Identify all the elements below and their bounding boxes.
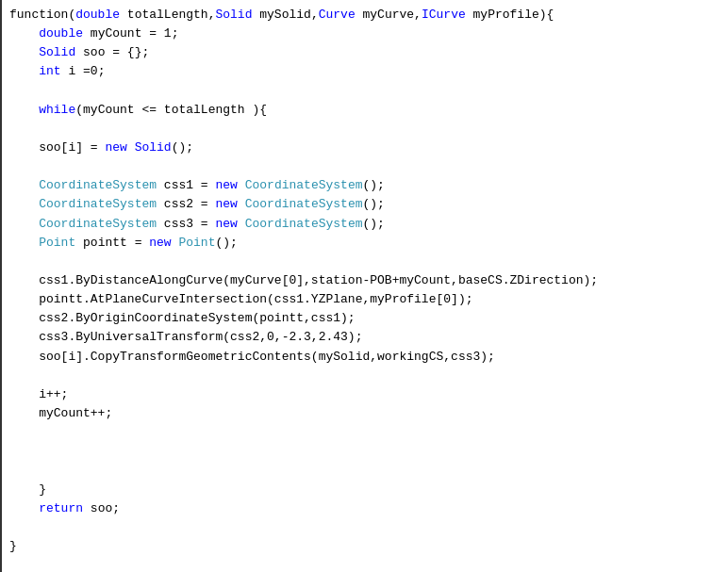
code-token: new	[105, 140, 126, 155]
code-line: i++;	[2, 385, 728, 404]
code-token	[9, 45, 39, 59]
code-token: (myCount <= totalLength ){	[75, 103, 267, 117]
code-token: ();	[363, 178, 385, 192]
code-token: CoordinateSystem	[39, 217, 157, 231]
code-token	[238, 178, 245, 192]
code-token: new	[149, 236, 171, 250]
code-line	[2, 82, 728, 101]
code-line	[2, 120, 728, 139]
code-token: }	[9, 539, 17, 553]
code-token: Solid	[135, 140, 172, 155]
code-line	[2, 461, 728, 480]
code-token: while	[39, 103, 75, 117]
code-token	[9, 26, 39, 41]
code-line: css2.ByOriginCoordinateSystem(pointt,css…	[2, 309, 728, 328]
code-line	[2, 157, 728, 176]
code-token: double	[75, 8, 120, 22]
code-token: CoordinateSystem	[245, 178, 363, 192]
code-line	[2, 518, 728, 537]
code-line: }	[2, 481, 728, 499]
code-line: CoordinateSystem css3 = new CoordinateSy…	[2, 215, 728, 234]
code-token: ();	[215, 236, 237, 250]
code-line	[2, 367, 728, 385]
code-token: css3 =	[157, 217, 215, 231]
code-token: css2.ByOriginCoordinateSystem(pointt,css…	[9, 311, 356, 325]
code-line: css3.ByUniversalTransform(css2,0,-2.3,2.…	[2, 328, 728, 347]
code-token: i =0;	[61, 64, 106, 78]
code-token: }	[9, 482, 46, 497]
code-token: ();	[172, 140, 193, 155]
code-editor: function(double totalLength,Solid mySoli…	[0, 0, 728, 572]
code-token: soo = {};	[75, 45, 149, 59]
code-line: CoordinateSystem css2 = new CoordinateSy…	[2, 195, 728, 214]
code-token: myCurve,	[356, 8, 422, 22]
code-line: soo[i].CopyTransformGeometricContents(my…	[2, 348, 728, 367]
code-token	[9, 64, 39, 78]
code-token: CoordinateSystem	[245, 217, 363, 231]
code-token: double	[39, 26, 83, 41]
code-token: css3.ByUniversalTransform(css2,0,-2.3,2.…	[9, 330, 362, 344]
code-line: double myCount = 1;	[2, 25, 728, 43]
code-token: Curve	[319, 8, 356, 22]
code-line: }	[2, 537, 728, 556]
code-token: myCount++;	[9, 406, 112, 420]
code-line: return soo;	[2, 499, 728, 518]
code-token: pointt =	[75, 236, 149, 250]
code-token	[9, 501, 39, 515]
code-token: css2 =	[157, 197, 215, 211]
code-line	[2, 253, 728, 271]
code-token	[9, 178, 39, 192]
code-token: soo;	[83, 501, 120, 515]
code-token	[9, 217, 39, 231]
code-token: soo[i] =	[9, 140, 105, 155]
code-token: new	[215, 178, 237, 192]
code-line	[2, 442, 728, 461]
code-line: int i =0;	[2, 62, 728, 81]
code-token: pointt.AtPlaneCurveIntersection(css1.YZP…	[9, 292, 472, 306]
code-token: ();	[363, 197, 385, 211]
code-token: Solid	[39, 45, 75, 59]
code-token: new	[215, 217, 237, 231]
code-token: css1 =	[157, 178, 215, 192]
code-token: CoordinateSystem	[245, 197, 363, 211]
code-token: Point	[39, 236, 75, 250]
code-line: css1.ByDistanceAlongCurve(myCurve[0],sta…	[2, 271, 728, 290]
code-token	[9, 197, 39, 211]
code-token	[238, 217, 245, 231]
code-line	[2, 423, 728, 442]
code-token: new	[215, 197, 237, 211]
code-line: pointt.AtPlaneCurveIntersection(css1.YZP…	[2, 290, 728, 309]
code-token	[127, 140, 135, 155]
code-line: function(double totalLength,Solid mySoli…	[2, 6, 728, 25]
code-token: int	[39, 64, 60, 78]
code-token	[9, 103, 39, 117]
code-line: while(myCount <= totalLength ){	[2, 101, 728, 120]
code-line: soo[i] = new Solid();	[2, 139, 728, 157]
code-line: myCount++;	[2, 404, 728, 423]
code-token: CoordinateSystem	[39, 178, 157, 192]
code-token: mySolid,	[252, 8, 318, 22]
code-token: css1.ByDistanceAlongCurve(myCurve[0],sta…	[9, 273, 598, 287]
code-line: Point pointt = new Point();	[2, 234, 728, 253]
code-token: myCount = 1;	[83, 26, 178, 41]
code-line: Solid soo = {};	[2, 43, 728, 62]
code-token: totalLength,	[120, 8, 215, 22]
code-token: return	[39, 501, 83, 515]
code-token: myProfile){	[466, 8, 554, 22]
code-token: soo[i].CopyTransformGeometricContents(my…	[9, 350, 495, 364]
code-token	[238, 197, 245, 211]
code-token: Point	[178, 236, 215, 250]
code-token: i++;	[9, 387, 68, 401]
code-token: function(	[9, 8, 75, 22]
code-token: ();	[363, 217, 385, 231]
code-token: ICurve	[422, 8, 466, 22]
code-line: CoordinateSystem css1 = new CoordinateSy…	[2, 176, 728, 195]
code-token	[9, 236, 39, 250]
code-token: Solid	[215, 8, 252, 22]
code-token: CoordinateSystem	[39, 197, 157, 211]
